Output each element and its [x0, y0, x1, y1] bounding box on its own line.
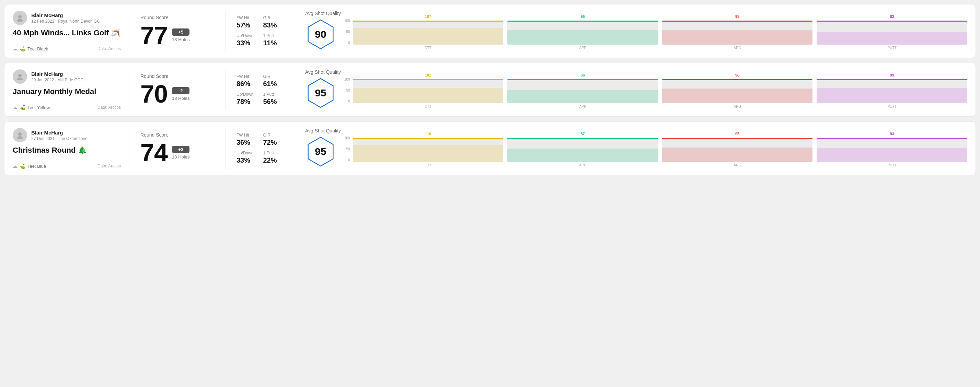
up-down-label: Up/Down: [237, 92, 256, 97]
score-badge: -2: [172, 87, 189, 94]
avg-shot-quality-label: Avg Shot Quality: [305, 69, 967, 75]
y-label-100: 100: [344, 19, 350, 23]
up-down-value: 78%: [237, 98, 256, 106]
round-score-label: Round Score: [140, 73, 214, 79]
hex-shape: 95: [305, 136, 336, 167]
bars-row: 101 86 96: [353, 78, 967, 103]
score-row: 77 +5 18 Holes: [140, 23, 214, 48]
gir-label: GIR: [263, 74, 283, 79]
bag-icon: ⛳: [19, 163, 25, 169]
x-label-ott: OTT: [353, 163, 504, 167]
left-section: Blair McHarg 29 Jan 2022 · Mill Ride GCC…: [13, 69, 129, 110]
gir-label: GIR: [263, 133, 283, 138]
hexagon-container: 95: [305, 136, 336, 167]
user-info: Blair McHarg 29 Jan 2022 · Mill Ride GCC: [13, 69, 121, 84]
gir-stat: GIR 83%: [263, 16, 283, 29]
fw-hit-value: 86%: [237, 80, 256, 88]
y-axis: 100 50 0: [344, 136, 352, 162]
user-meta: 12 Feb 2022 · Royal North Devon GC: [31, 19, 100, 24]
data-source: Data: Arccos: [97, 46, 121, 51]
score-meta: +5 18 Holes: [172, 29, 189, 42]
up-down-stat: Up/Down 33%: [237, 33, 256, 47]
user-details: Blair McHarg 27 Dec 2021 · The Oxfordshi…: [31, 130, 88, 141]
one-putt-stat: 1 Putt 56%: [263, 92, 283, 106]
up-down-value: 33%: [237, 157, 256, 164]
round-title: January Monthly Medal: [13, 87, 121, 96]
x-label-app: APP: [508, 105, 658, 108]
score-meta: -2 18 Holes: [172, 87, 189, 101]
score-badge: +5: [172, 29, 189, 36]
y-label-0: 0: [348, 158, 350, 162]
gir-stat: GIR 61%: [263, 74, 283, 88]
left-section: Blair McHarg 27 Dec 2021 · The Oxfordshi…: [13, 128, 129, 169]
one-putt-stat: 1 Putt 11%: [263, 33, 283, 47]
bar-col-arg: 96: [662, 78, 813, 103]
middle-section: Round Score 77 +5 18 Holes: [129, 11, 226, 51]
bar-value-putt: 93: [890, 132, 894, 136]
bar-value-ott: 110: [425, 132, 431, 136]
bars-row: 107 95 98: [353, 19, 967, 44]
fw-hit-stat: FW Hit 36%: [237, 133, 256, 146]
bar-col-putt: 82: [817, 19, 967, 44]
quality-row: 95 100 50 0: [305, 78, 967, 110]
tee-info: ☁ ⛳ Tee: Blue: [13, 163, 46, 169]
round-score-label: Round Score: [140, 15, 214, 20]
y-axis: 100 50 0: [344, 19, 352, 44]
gir-label: GIR: [263, 16, 283, 20]
bar-value-arg: 95: [735, 132, 740, 136]
score-big: 77: [140, 23, 168, 48]
round-title: Christmas Round 🎄: [13, 146, 121, 155]
round-card-3: Blair McHarg 27 Dec 2021 · The Oxfordshi…: [4, 121, 976, 175]
user-details: Blair McHarg 12 Feb 2022 · Royal North D…: [31, 12, 100, 24]
bars-column: 107 95 98: [353, 19, 967, 50]
x-label-ott: OTT: [353, 46, 504, 50]
holes-label: 18 Holes: [172, 37, 189, 42]
svg-point-3: [17, 78, 23, 80]
bar-col-ott: 101: [353, 78, 504, 103]
score-row: 70 -2 18 Holes: [140, 82, 214, 106]
score-big: 70: [140, 82, 168, 106]
user-info: Blair McHarg 27 Dec 2021 · The Oxfordshi…: [13, 128, 121, 143]
y-label-0: 0: [348, 100, 350, 103]
tee-label: Tee: Yellow: [27, 105, 50, 110]
quality-row: 95 100 50 0: [305, 136, 967, 169]
bar-value-ott: 101: [425, 73, 431, 77]
round-score-label: Round Score: [140, 132, 214, 138]
bar-col-app: 95: [508, 19, 658, 44]
data-source: Data: Arccos: [97, 105, 121, 110]
user-meta: 27 Dec 2021 · The Oxfordshire: [31, 136, 88, 141]
right-section: Avg Shot Quality 90 100 50 0: [294, 11, 967, 51]
one-putt-label: 1 Putt: [263, 151, 283, 155]
x-label-putt: PUTT: [817, 46, 967, 50]
tee-label: Tee: Black: [27, 46, 48, 51]
one-putt-value: 11%: [263, 39, 283, 47]
y-label-100: 100: [344, 136, 350, 140]
bar-col-arg: 98: [662, 19, 813, 44]
x-labels-row: OTTAPPARGPUTT: [353, 46, 967, 50]
gir-value: 72%: [263, 139, 283, 146]
tee-label: Tee: Blue: [27, 163, 46, 169]
fw-hit-value: 57%: [237, 21, 256, 29]
bar-col-putt: 93: [817, 136, 967, 162]
x-labels-row: OTTAPPARGPUTT: [353, 105, 967, 108]
stats-section: FW Hit 36% GIR 72% Up/Down 33% 1 Putt 22…: [226, 128, 294, 169]
bottom-row: ☁ ⛳ Tee: Black Data: Arccos: [13, 46, 121, 51]
bar-value-ott: 107: [425, 14, 431, 19]
user-meta: 29 Jan 2022 · Mill Ride GCC: [31, 78, 83, 82]
fw-hit-stat: FW Hit 57%: [237, 16, 256, 29]
right-section: Avg Shot Quality 95 100 50 0: [294, 128, 967, 169]
x-label-ott: OTT: [353, 105, 504, 108]
fw-hit-label: FW Hit: [237, 74, 256, 79]
user-name: Blair McHarg: [31, 130, 88, 135]
fw-hit-stat: FW Hit 86%: [237, 74, 256, 88]
bar-chart: 100 50 0 107: [344, 19, 967, 51]
hexagon-container: 90: [305, 19, 336, 50]
one-putt-value: 22%: [263, 157, 283, 164]
up-down-label: Up/Down: [237, 151, 256, 155]
bag-icon: ⛳: [19, 105, 25, 110]
x-label-app: APP: [508, 46, 658, 50]
hexagon-container: 95: [305, 78, 336, 108]
bar-chart: 100 50 0 110: [344, 136, 967, 169]
score-row: 74 +2 18 Holes: [140, 140, 214, 165]
stat-grid: FW Hit 36% GIR 72% Up/Down 33% 1 Putt 22…: [237, 133, 283, 164]
